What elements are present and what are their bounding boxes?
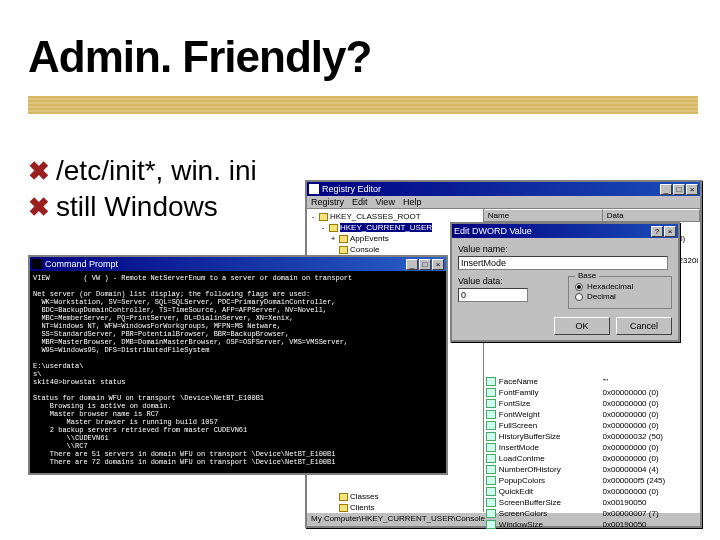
value-row[interactable]: ScreenColors0x00000007 (7) xyxy=(484,508,700,519)
edit-dword-dialog[interactable]: Edit DWORD Value ? × Value name: InsertM… xyxy=(450,222,680,342)
window-title: Registry Editor xyxy=(322,184,381,194)
value-row[interactable]: FaceName"" xyxy=(484,376,700,387)
tree-node[interactable]: -HKEY_CLASSES_ROOT xyxy=(309,211,481,222)
value-row[interactable]: PopupColors0x000000f5 (245) xyxy=(484,475,700,486)
col-data[interactable]: Data xyxy=(603,209,700,221)
col-name[interactable]: Name xyxy=(484,209,603,221)
bullet-item: ✖ /etc/init*, win. ini xyxy=(28,155,257,187)
radio-hexadecimal[interactable]: Hexadecimal xyxy=(575,282,665,291)
cmd-output[interactable]: VIEW ( VW ) - Remote NetServerEnum to a … xyxy=(30,271,446,473)
value-row[interactable]: LoadConIme0x00000000 (0) xyxy=(484,453,700,464)
cmd-title: Command Prompt xyxy=(45,259,118,269)
menu-view[interactable]: View xyxy=(376,197,395,207)
value-row[interactable]: FontSize0x00000000 (0) xyxy=(484,398,700,409)
slide-title: Admin. Friendly? xyxy=(28,32,371,82)
maximize-button[interactable]: □ xyxy=(673,184,685,195)
value-row[interactable]: WindowSize0x00190050 xyxy=(484,519,700,530)
cmd-icon xyxy=(32,259,42,269)
cmd-titlebar[interactable]: Command Prompt _ □ × xyxy=(30,257,446,271)
dialog-titlebar[interactable]: Edit DWORD Value ? × xyxy=(452,224,678,238)
bullet-icon: ✖ xyxy=(28,192,50,223)
value-data-input[interactable]: 0 xyxy=(458,288,528,302)
value-row[interactable]: FontFamily0x00000000 (0) xyxy=(484,387,700,398)
ok-button[interactable]: OK xyxy=(554,317,610,335)
command-prompt-window[interactable]: Command Prompt _ □ × VIEW ( VW ) - Remot… xyxy=(28,255,448,475)
value-row[interactable]: ScreenBufferSize0x00190050 xyxy=(484,497,700,508)
bullet-icon: ✖ xyxy=(28,156,50,187)
dialog-help-button[interactable]: ? xyxy=(651,226,663,237)
dialog-title: Edit DWORD Value xyxy=(454,226,532,236)
menu-help[interactable]: Help xyxy=(403,197,422,207)
tree-node[interactable]: Clients xyxy=(309,502,481,512)
value-data-label: Value data: xyxy=(458,276,562,286)
menu-registry[interactable]: Registry xyxy=(311,197,344,207)
value-row[interactable]: FullScreen0x00000000 (0) xyxy=(484,420,700,431)
minimize-button[interactable]: _ xyxy=(406,259,418,270)
value-row[interactable]: QuickEdit0x00000000 (0) xyxy=(484,486,700,497)
registry-titlebar[interactable]: Registry Editor _ □ × xyxy=(307,182,700,196)
tree-node[interactable]: Classes xyxy=(309,491,481,502)
radio-dot-icon xyxy=(575,283,583,291)
bullet-item: ✖ still Windows xyxy=(28,191,257,223)
list-header[interactable]: Name Data xyxy=(484,209,700,222)
value-row[interactable]: InsertMode0x00000000 (0) xyxy=(484,442,700,453)
radio-decimal[interactable]: Decimal xyxy=(575,292,665,301)
base-group: Base Hexadecimal Decimal xyxy=(568,276,672,309)
maximize-button[interactable]: □ xyxy=(419,259,431,270)
radio-dot-icon xyxy=(575,293,583,301)
dialog-close-button[interactable]: × xyxy=(664,226,676,237)
registry-menubar[interactable]: Registry Edit View Help xyxy=(307,196,700,209)
bullet-text: still Windows xyxy=(56,191,218,223)
title-underline xyxy=(28,96,698,114)
value-row[interactable]: FontWeight0x00000000 (0) xyxy=(484,409,700,420)
bullet-list: ✖ /etc/init*, win. ini ✖ still Windows xyxy=(28,155,257,227)
minimize-button[interactable]: _ xyxy=(660,184,672,195)
value-name-label: Value name: xyxy=(458,244,672,254)
value-row[interactable]: NumberOfHistory0x00000004 (4) xyxy=(484,464,700,475)
app-icon xyxy=(309,184,319,194)
bullet-text: /etc/init*, win. ini xyxy=(56,155,257,187)
close-button[interactable]: × xyxy=(432,259,444,270)
value-row[interactable]: HistoryBufferSize0x00000032 (50) xyxy=(484,431,700,442)
value-name-input[interactable]: InsertMode xyxy=(458,256,668,270)
menu-edit[interactable]: Edit xyxy=(352,197,368,207)
close-button[interactable]: × xyxy=(686,184,698,195)
cancel-button[interactable]: Cancel xyxy=(616,317,672,335)
base-group-title: Base xyxy=(575,271,599,280)
